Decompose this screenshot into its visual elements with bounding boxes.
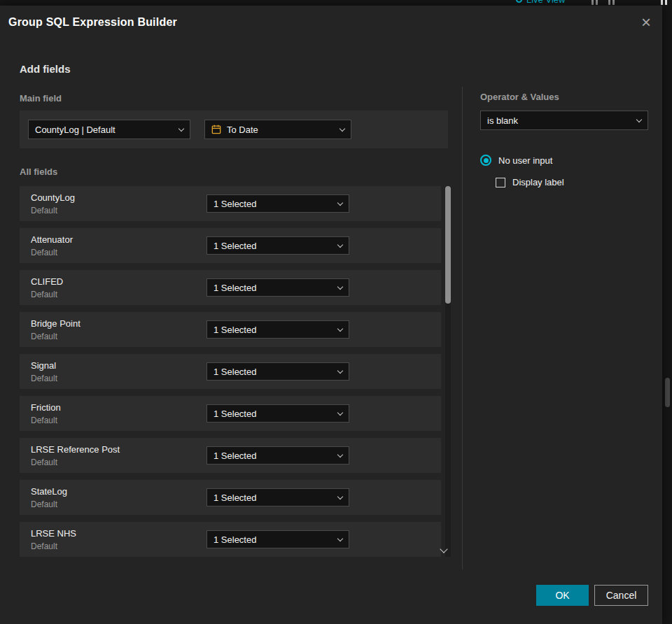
vertical-divider bbox=[462, 87, 463, 569]
field-row: CLIFED Default 1 Selected bbox=[20, 270, 441, 305]
field-selected-dropdown-label: 1 Selected bbox=[214, 283, 256, 293]
chevron-down-icon bbox=[636, 116, 642, 122]
field-selected-dropdown[interactable]: 1 Selected bbox=[206, 236, 349, 255]
field-selected-dropdown-label: 1 Selected bbox=[214, 241, 256, 251]
chevron-down-icon bbox=[337, 451, 343, 457]
page-scrollbar-thumb[interactable] bbox=[665, 378, 670, 407]
display-label-label: Display label bbox=[512, 177, 564, 187]
field-selected-dropdown-label: 1 Selected bbox=[214, 367, 256, 377]
cancel-button[interactable]: Cancel bbox=[594, 585, 648, 606]
chevron-down-icon bbox=[337, 325, 343, 331]
main-field-label: Main field bbox=[20, 93, 62, 104]
field-row: LRSE NHS Default 1 Selected bbox=[20, 522, 441, 557]
app-backdrop-top: Live View bbox=[0, 0, 672, 6]
chevron-down-icon bbox=[337, 367, 343, 373]
chevron-down-icon bbox=[337, 535, 343, 541]
dialog-title: Group SQL Expression Builder bbox=[8, 16, 177, 29]
chevron-down-icon bbox=[337, 199, 343, 205]
field-selected-dropdown[interactable]: 1 Selected bbox=[206, 488, 349, 506]
field-selected-dropdown[interactable]: 1 Selected bbox=[206, 320, 349, 339]
field-selected-dropdown-label: 1 Selected bbox=[214, 325, 256, 335]
field-selected-dropdown-label: 1 Selected bbox=[214, 534, 256, 545]
field-selected-dropdown-label: 1 Selected bbox=[214, 451, 256, 461]
main-field-dropdown-value: CountyLog | Default bbox=[35, 125, 115, 135]
chevron-down-icon bbox=[340, 125, 345, 131]
live-view-icon bbox=[516, 0, 522, 3]
field-selected-dropdown[interactable]: 1 Selected bbox=[206, 194, 349, 213]
live-view-label: Live View bbox=[526, 0, 565, 5]
calendar-icon bbox=[211, 125, 221, 134]
group-sql-expression-builder-dialog: Group SQL Expression Builder × Add field… bbox=[0, 6, 662, 624]
field-row: Bridge Point Default 1 Selected bbox=[20, 312, 441, 347]
operator-dropdown[interactable]: is blank bbox=[480, 111, 648, 130]
main-field-box: CountyLog | Default To Date bbox=[20, 111, 448, 148]
chevron-down-icon bbox=[337, 493, 343, 499]
field-row: LRSE Reference Post Default 1 Selected bbox=[20, 438, 441, 473]
field-selected-dropdown[interactable]: 1 Selected bbox=[206, 362, 349, 381]
checkbox-icon bbox=[496, 178, 505, 187]
operator-values-label: Operator & Values bbox=[480, 92, 559, 102]
field-selected-dropdown-label: 1 Selected bbox=[214, 199, 256, 209]
no-user-input-radio[interactable]: No user input bbox=[480, 155, 552, 166]
field-row: StateLog Default 1 Selected bbox=[20, 480, 441, 515]
chevron-down-icon bbox=[337, 283, 343, 289]
list-scrollbar[interactable] bbox=[445, 186, 451, 557]
main-field-type-dropdown[interactable]: To Date bbox=[204, 120, 351, 139]
no-user-input-label: No user input bbox=[498, 155, 552, 166]
all-fields-list: CountyLog Default 1 Selected Attenuator … bbox=[20, 186, 441, 564]
close-icon[interactable]: × bbox=[641, 14, 651, 31]
operator-dropdown-value: is blank bbox=[487, 115, 518, 126]
chevron-down-icon bbox=[178, 125, 184, 131]
add-fields-heading: Add fields bbox=[20, 63, 71, 75]
scrollbar-thumb[interactable] bbox=[445, 186, 451, 304]
display-label-checkbox[interactable]: Display label bbox=[496, 177, 564, 187]
field-selected-dropdown-label: 1 Selected bbox=[214, 492, 256, 503]
field-row: Signal Default 1 Selected bbox=[20, 354, 441, 389]
chevron-down-icon bbox=[337, 241, 343, 247]
field-selected-dropdown-label: 1 Selected bbox=[214, 409, 256, 419]
field-row: CountyLog Default 1 Selected bbox=[20, 186, 441, 221]
ok-button[interactable]: OK bbox=[536, 585, 589, 606]
toolbar-icon[interactable] bbox=[608, 0, 615, 5]
main-field-dropdown[interactable]: CountyLog | Default bbox=[28, 120, 190, 139]
live-view-indicator[interactable]: Live View bbox=[516, 0, 565, 5]
toolbar-icon[interactable] bbox=[592, 0, 598, 5]
field-row: Attenuator Default 1 Selected bbox=[20, 228, 441, 263]
dialog-header: Group SQL Expression Builder × bbox=[0, 6, 662, 39]
field-selected-dropdown[interactable]: 1 Selected bbox=[206, 404, 349, 423]
chevron-down-icon bbox=[337, 409, 343, 415]
field-selected-dropdown[interactable]: 1 Selected bbox=[206, 530, 349, 548]
all-fields-label: All fields bbox=[20, 166, 57, 177]
field-selected-dropdown[interactable]: 1 Selected bbox=[206, 446, 349, 465]
toolbar-icon[interactable] bbox=[661, 0, 667, 5]
radio-button-icon bbox=[480, 155, 491, 166]
field-row: Friction Default 1 Selected bbox=[20, 396, 441, 431]
field-selected-dropdown[interactable]: 1 Selected bbox=[206, 278, 349, 297]
main-field-type-value: To Date bbox=[227, 125, 258, 135]
